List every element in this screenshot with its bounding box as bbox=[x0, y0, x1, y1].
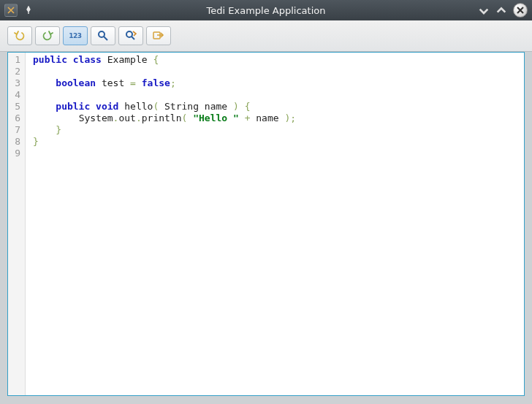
pin-icon[interactable] bbox=[22, 4, 35, 17]
find-button[interactable] bbox=[91, 26, 115, 45]
maximize-icon[interactable] bbox=[495, 4, 507, 16]
line-number: 3 bbox=[12, 77, 20, 89]
line-number: 6 bbox=[12, 113, 20, 124]
line-number: 5 bbox=[12, 101, 20, 113]
code-line[interactable]: boolean test = false; bbox=[33, 77, 524, 89]
line-number: 7 bbox=[12, 124, 20, 136]
svg-line-1 bbox=[104, 37, 107, 40]
line-number-gutter: 123456789 bbox=[8, 53, 26, 395]
svg-point-0 bbox=[99, 31, 104, 37]
line-number: 9 bbox=[12, 148, 20, 159]
line-number: 4 bbox=[12, 89, 20, 101]
redo-button[interactable] bbox=[35, 26, 60, 45]
find-replace-button[interactable] bbox=[118, 26, 143, 45]
line-number: 2 bbox=[12, 66, 20, 77]
minimize-icon[interactable] bbox=[478, 4, 490, 16]
undo-button[interactable] bbox=[7, 26, 32, 45]
code-line[interactable] bbox=[33, 66, 524, 77]
code-area[interactable]: public class Example { boolean test = fa… bbox=[26, 53, 524, 395]
line-number: 8 bbox=[12, 136, 20, 148]
window-title: Tedi Example Application bbox=[207, 5, 326, 16]
line-numbers-toggle[interactable]: 123 bbox=[63, 26, 88, 45]
svg-point-2 bbox=[126, 31, 132, 37]
code-editor[interactable]: 123456789 public class Example { boolean… bbox=[7, 52, 525, 396]
code-line[interactable] bbox=[33, 148, 524, 159]
code-line[interactable]: System.out.println( "Hello " + name ); bbox=[33, 113, 524, 124]
close-icon[interactable] bbox=[513, 3, 528, 18]
code-line[interactable] bbox=[33, 89, 524, 101]
goto-button[interactable] bbox=[146, 26, 171, 45]
code-line[interactable]: } bbox=[33, 124, 524, 136]
code-line[interactable]: public class Example { bbox=[33, 54, 524, 66]
app-menu-icon[interactable] bbox=[4, 4, 18, 17]
titlebar: Tedi Example Application bbox=[0, 0, 532, 20]
code-line[interactable]: } bbox=[33, 136, 524, 148]
code-line[interactable]: public void hello( String name ) { bbox=[33, 101, 524, 113]
line-number: 1 bbox=[12, 54, 20, 66]
toolbar: 123 bbox=[0, 20, 532, 52]
svg-line-3 bbox=[132, 37, 134, 39]
